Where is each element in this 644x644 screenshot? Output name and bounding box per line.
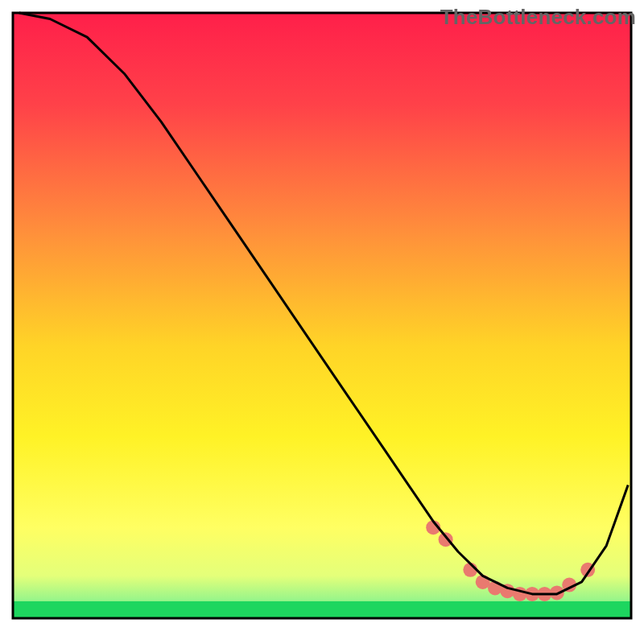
green-bottom-band — [13, 601, 631, 618]
bottleneck-chart — [0, 0, 644, 644]
gradient-background — [13, 13, 631, 618]
chart-stage: TheBottleneck.com — [0, 0, 644, 644]
watermark-text: TheBottleneck.com — [440, 5, 636, 30]
